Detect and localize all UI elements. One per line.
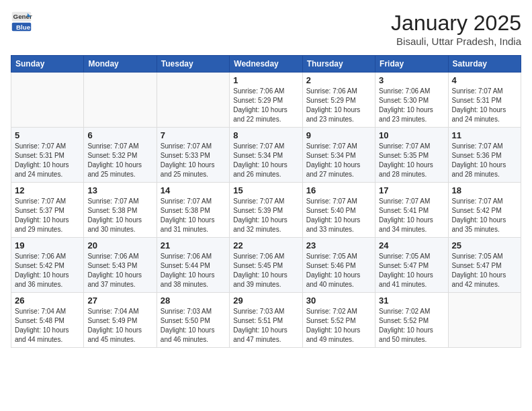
calendar-cell: 2Sunrise: 7:06 AM Sunset: 5:29 PM Daylig… (302, 73, 375, 128)
logo: General Blue (11, 11, 32, 32)
calendar-cell: 23Sunrise: 7:05 AM Sunset: 5:46 PM Dayli… (302, 238, 375, 293)
calendar-cell: 20Sunrise: 7:06 AM Sunset: 5:43 PM Dayli… (84, 238, 157, 293)
day-info: Sunrise: 7:07 AM Sunset: 5:36 PM Dayligh… (452, 142, 517, 179)
calendar-week-1: 1Sunrise: 7:06 AM Sunset: 5:29 PM Daylig… (11, 73, 521, 128)
day-number: 12 (15, 185, 80, 195)
day-info: Sunrise: 7:07 AM Sunset: 5:42 PM Dayligh… (452, 197, 517, 234)
day-number: 4 (452, 75, 517, 85)
day-info: Sunrise: 7:06 AM Sunset: 5:45 PM Dayligh… (233, 252, 298, 289)
day-number: 6 (87, 130, 152, 140)
logo-icon: General Blue (11, 11, 32, 32)
day-number: 1 (233, 75, 298, 85)
day-info: Sunrise: 7:07 AM Sunset: 5:39 PM Dayligh… (233, 197, 298, 234)
calendar-cell: 6Sunrise: 7:07 AM Sunset: 5:32 PM Daylig… (84, 128, 157, 183)
calendar-week-5: 26Sunrise: 7:04 AM Sunset: 5:48 PM Dayli… (11, 293, 521, 348)
day-info: Sunrise: 7:03 AM Sunset: 5:50 PM Dayligh… (161, 307, 226, 345)
day-number: 31 (379, 295, 444, 306)
calendar-week-2: 5Sunrise: 7:07 AM Sunset: 5:31 PM Daylig… (11, 128, 521, 183)
day-number: 24 (379, 240, 444, 250)
calendar-week-3: 12Sunrise: 7:07 AM Sunset: 5:37 PM Dayli… (11, 183, 521, 238)
day-number: 8 (233, 130, 298, 140)
calendar-cell: 19Sunrise: 7:06 AM Sunset: 5:42 PM Dayli… (11, 238, 84, 293)
calendar-cell: 28Sunrise: 7:03 AM Sunset: 5:50 PM Dayli… (157, 293, 229, 348)
calendar-header-row: SundayMondayTuesdayWednesdayThursdayFrid… (11, 56, 521, 73)
calendar-cell: 5Sunrise: 7:07 AM Sunset: 5:31 PM Daylig… (11, 128, 84, 183)
calendar-cell: 17Sunrise: 7:07 AM Sunset: 5:41 PM Dayli… (375, 183, 448, 238)
calendar-week-4: 19Sunrise: 7:06 AM Sunset: 5:42 PM Dayli… (11, 238, 521, 293)
day-info: Sunrise: 7:03 AM Sunset: 5:51 PM Dayligh… (233, 307, 298, 345)
calendar-cell: 31Sunrise: 7:02 AM Sunset: 5:52 PM Dayli… (375, 293, 448, 348)
day-info: Sunrise: 7:07 AM Sunset: 5:34 PM Dayligh… (233, 142, 298, 179)
col-header-thursday: Thursday (302, 56, 375, 73)
day-number: 25 (452, 240, 517, 250)
page-title: January 2025 (391, 11, 521, 36)
day-number: 19 (15, 240, 80, 250)
day-number: 20 (87, 240, 152, 250)
title-block: January 2025 Bisauli, Uttar Pradesh, Ind… (391, 11, 521, 47)
day-number: 26 (15, 295, 80, 306)
day-number: 13 (87, 185, 152, 195)
calendar-cell: 30Sunrise: 7:02 AM Sunset: 5:52 PM Dayli… (302, 293, 375, 348)
day-info: Sunrise: 7:06 AM Sunset: 5:42 PM Dayligh… (15, 252, 80, 289)
day-number: 3 (379, 75, 444, 85)
day-info: Sunrise: 7:04 AM Sunset: 5:48 PM Dayligh… (15, 307, 80, 345)
calendar-cell: 8Sunrise: 7:07 AM Sunset: 5:34 PM Daylig… (230, 128, 302, 183)
day-number: 28 (161, 295, 226, 306)
calendar-cell: 29Sunrise: 7:03 AM Sunset: 5:51 PM Dayli… (230, 293, 302, 348)
calendar-cell: 14Sunrise: 7:07 AM Sunset: 5:38 PM Dayli… (157, 183, 229, 238)
day-number: 14 (161, 185, 226, 195)
day-number: 10 (379, 130, 444, 140)
calendar-cell: 22Sunrise: 7:06 AM Sunset: 5:45 PM Dayli… (230, 238, 302, 293)
day-info: Sunrise: 7:06 AM Sunset: 5:43 PM Dayligh… (87, 252, 152, 289)
col-header-saturday: Saturday (448, 56, 521, 73)
calendar-cell: 15Sunrise: 7:07 AM Sunset: 5:39 PM Dayli… (230, 183, 302, 238)
calendar-cell: 24Sunrise: 7:05 AM Sunset: 5:47 PM Dayli… (375, 238, 448, 293)
day-number: 17 (379, 185, 444, 195)
day-info: Sunrise: 7:07 AM Sunset: 5:38 PM Dayligh… (161, 197, 226, 234)
day-info: Sunrise: 7:06 AM Sunset: 5:29 PM Dayligh… (306, 87, 371, 124)
day-info: Sunrise: 7:06 AM Sunset: 5:29 PM Dayligh… (233, 87, 298, 124)
day-info: Sunrise: 7:06 AM Sunset: 5:30 PM Dayligh… (379, 87, 444, 124)
day-number: 11 (452, 130, 517, 140)
day-info: Sunrise: 7:07 AM Sunset: 5:33 PM Dayligh… (161, 142, 226, 179)
calendar-cell: 12Sunrise: 7:07 AM Sunset: 5:37 PM Dayli… (11, 183, 84, 238)
svg-text:General: General (13, 13, 32, 20)
calendar-cell: 21Sunrise: 7:06 AM Sunset: 5:44 PM Dayli… (157, 238, 229, 293)
calendar-cell: 16Sunrise: 7:07 AM Sunset: 5:40 PM Dayli… (302, 183, 375, 238)
location-subtitle: Bisauli, Uttar Pradesh, India (391, 36, 521, 47)
day-info: Sunrise: 7:07 AM Sunset: 5:38 PM Dayligh… (87, 197, 152, 234)
col-header-monday: Monday (84, 56, 157, 73)
calendar-cell: 3Sunrise: 7:06 AM Sunset: 5:30 PM Daylig… (375, 73, 448, 128)
page-header: General Blue January 2025 Bisauli, Uttar… (11, 11, 521, 47)
day-info: Sunrise: 7:02 AM Sunset: 5:52 PM Dayligh… (379, 307, 444, 345)
day-number: 29 (233, 295, 298, 306)
calendar-cell (157, 73, 229, 128)
day-info: Sunrise: 7:07 AM Sunset: 5:32 PM Dayligh… (87, 142, 152, 179)
day-info: Sunrise: 7:02 AM Sunset: 5:52 PM Dayligh… (306, 307, 371, 345)
calendar-cell: 7Sunrise: 7:07 AM Sunset: 5:33 PM Daylig… (157, 128, 229, 183)
calendar-cell: 18Sunrise: 7:07 AM Sunset: 5:42 PM Dayli… (448, 183, 521, 238)
day-info: Sunrise: 7:05 AM Sunset: 5:47 PM Dayligh… (452, 252, 517, 289)
day-number: 2 (306, 75, 371, 85)
calendar-cell: 1Sunrise: 7:06 AM Sunset: 5:29 PM Daylig… (230, 73, 302, 128)
calendar-cell: 4Sunrise: 7:07 AM Sunset: 5:31 PM Daylig… (448, 73, 521, 128)
day-number: 16 (306, 185, 371, 195)
calendar-cell: 25Sunrise: 7:05 AM Sunset: 5:47 PM Dayli… (448, 238, 521, 293)
day-number: 5 (15, 130, 80, 140)
calendar-cell (84, 73, 157, 128)
col-header-sunday: Sunday (11, 56, 84, 73)
day-number: 30 (306, 295, 371, 306)
day-number: 27 (87, 295, 152, 306)
day-number: 7 (161, 130, 226, 140)
calendar-table: SundayMondayTuesdayWednesdayThursdayFrid… (11, 55, 521, 348)
day-number: 15 (233, 185, 298, 195)
svg-text:Blue: Blue (16, 24, 31, 31)
day-info: Sunrise: 7:07 AM Sunset: 5:40 PM Dayligh… (306, 197, 371, 234)
day-number: 9 (306, 130, 371, 140)
calendar-cell: 10Sunrise: 7:07 AM Sunset: 5:35 PM Dayli… (375, 128, 448, 183)
day-info: Sunrise: 7:07 AM Sunset: 5:35 PM Dayligh… (379, 142, 444, 179)
calendar-cell (11, 73, 84, 128)
col-header-wednesday: Wednesday (230, 56, 302, 73)
day-info: Sunrise: 7:07 AM Sunset: 5:34 PM Dayligh… (306, 142, 371, 179)
day-info: Sunrise: 7:05 AM Sunset: 5:47 PM Dayligh… (379, 252, 444, 289)
